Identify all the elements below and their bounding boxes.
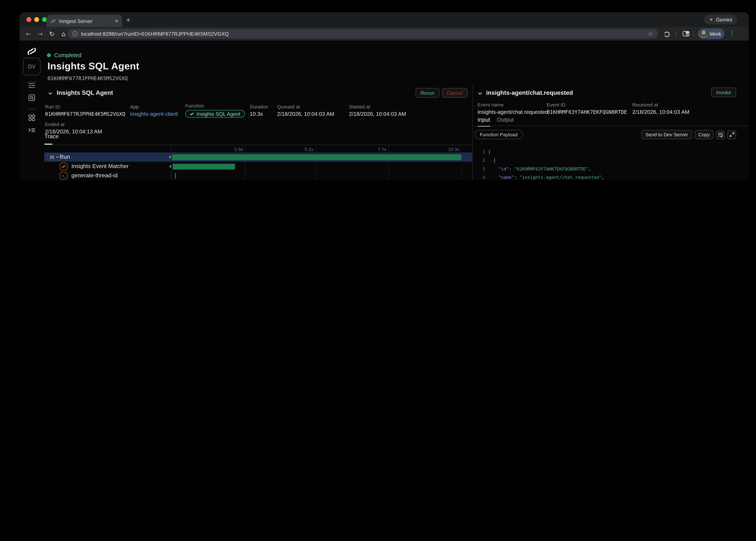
trace-step-row[interactable]: >_ generate-thread-id bbox=[44, 171, 472, 180]
function-badge[interactable]: Insights SQL Agent bbox=[185, 110, 245, 118]
window-zoom-button[interactable] bbox=[42, 17, 47, 22]
gemini-icon: ✦ bbox=[709, 16, 714, 23]
tab-title: Inngest Server bbox=[59, 18, 112, 24]
runs-nav-icon[interactable] bbox=[20, 82, 44, 89]
line-number: 2 bbox=[472, 158, 485, 163]
field-label: Queued at bbox=[277, 104, 334, 110]
trace-step-label: Insights Event Matcher bbox=[71, 163, 170, 169]
apps-nav-icon[interactable] bbox=[20, 114, 44, 122]
window-close-button[interactable] bbox=[26, 17, 31, 22]
profile-label: Work bbox=[710, 31, 721, 37]
gemini-badge[interactable]: ✦ Gemini bbox=[704, 15, 737, 24]
browser-window: Inngest Server × + ✦ Gemini ← → ↻ ⌂ ⓘ lo… bbox=[20, 12, 749, 181]
terminal-icon: >_ bbox=[60, 172, 67, 180]
browser-tab[interactable]: Inngest Server × bbox=[46, 15, 122, 27]
back-icon[interactable]: ← bbox=[22, 30, 34, 37]
app-link[interactable]: insights-agent-client bbox=[130, 111, 178, 117]
status-label: Completed bbox=[54, 52, 82, 58]
field-label: Event ID bbox=[547, 102, 627, 108]
field-label: Ended at bbox=[45, 122, 102, 127]
copy-button[interactable]: Copy bbox=[694, 130, 714, 139]
function-payload-pill[interactable]: Function Payload bbox=[474, 130, 523, 139]
chevron-down-icon bbox=[56, 156, 59, 158]
agent-icon bbox=[60, 163, 67, 170]
tab-output[interactable]: Output bbox=[497, 117, 514, 127]
invoke-button[interactable]: Invoke bbox=[711, 88, 736, 97]
field-label: Run ID bbox=[45, 104, 125, 110]
rerun-button[interactable]: Rerun bbox=[415, 88, 439, 98]
tab-close-icon[interactable]: × bbox=[115, 18, 118, 24]
received-at-value: 2/18/2026, 10:04:03 AM bbox=[632, 109, 689, 115]
status-dot-icon bbox=[47, 53, 51, 57]
event-tabs: Input Output bbox=[477, 117, 514, 127]
field-label: Event name bbox=[477, 102, 548, 108]
browser-tab-strip: Inngest Server × + ✦ Gemini bbox=[20, 12, 749, 27]
page-run-id: 01KHRMF677RJPPHE4K5MS2VGXQ bbox=[47, 75, 128, 81]
cancel-button[interactable]: Cancel bbox=[442, 88, 467, 98]
url-text: localhost:8288/run?runID=01KHRMF677RJPPH… bbox=[81, 31, 644, 37]
function-badge-label: Insights SQL Agent bbox=[197, 111, 240, 117]
profile-chip[interactable]: Work bbox=[698, 28, 724, 39]
event-title: insights-agent/chat.requested bbox=[486, 89, 573, 96]
extensions-icon[interactable] bbox=[664, 30, 671, 39]
started-at-value: 2/18/2026, 10:04:03 AM bbox=[349, 111, 406, 117]
new-tab-button[interactable]: + bbox=[126, 16, 130, 24]
line-number: 1 bbox=[472, 149, 485, 154]
chevron-down-icon[interactable] bbox=[477, 88, 482, 97]
word-wrap-icon[interactable] bbox=[716, 130, 725, 139]
trace-mark bbox=[173, 164, 235, 169]
code-line: 4 "name": "insights-agent/chat.requested… bbox=[472, 173, 749, 181]
queued-at-value: 2/18/2026, 10:04:03 AM bbox=[277, 111, 334, 117]
site-info-icon[interactable]: ⓘ bbox=[72, 30, 78, 37]
browser-toolbar: ← → ↻ ⌂ ⓘ localhost:8288/run?runID=01KHR… bbox=[20, 27, 749, 41]
timeline-tick: 5.1s bbox=[284, 147, 313, 152]
timeline-tick: 7.7s bbox=[357, 147, 386, 152]
run-panel: Insights SQL Agent Rerun Cancel Run ID 0… bbox=[44, 85, 472, 181]
run-row-queue bbox=[169, 156, 171, 158]
gemini-label: Gemini bbox=[716, 17, 732, 22]
timeline-tick: 10.3s bbox=[430, 147, 459, 152]
code-line: 3 "id": "01KHRMF63Y7AHK7EKFQGN8RTDE", bbox=[472, 165, 749, 173]
chevron-down-icon[interactable] bbox=[48, 88, 53, 97]
trace-rows: 39 Run Insights Event Matcher >_ generat… bbox=[44, 153, 472, 181]
expand-icon[interactable] bbox=[727, 130, 736, 139]
bookmark-star-icon[interactable]: ☆ bbox=[648, 30, 653, 37]
field-label: Function bbox=[185, 103, 245, 109]
event-id-value: 01KHRMF63Y7AHK7EKFQGN8RTDE bbox=[547, 109, 627, 115]
trace-run-row[interactable]: 39 Run bbox=[44, 153, 472, 162]
line-number: 3 bbox=[472, 167, 485, 171]
duration-value: 10.3s bbox=[250, 111, 268, 117]
send-to-dev-server-button[interactable]: Send to Dev Server bbox=[641, 130, 692, 139]
run-section-title: Insights SQL Agent bbox=[57, 89, 113, 96]
inngest-logo bbox=[20, 45, 44, 57]
step-count-chip[interactable]: 39 bbox=[47, 154, 62, 160]
run-row-bar bbox=[172, 154, 461, 160]
forward-icon[interactable]: → bbox=[34, 30, 46, 37]
trace-step-row[interactable]: >_ generate-target-channel bbox=[44, 180, 472, 181]
side-search-icon[interactable] bbox=[682, 30, 690, 39]
screenshot-root: Inngest Server × + ✦ Gemini ← → ↻ ⌂ ⓘ lo… bbox=[0, 0, 756, 181]
window-minimize-button[interactable] bbox=[34, 17, 39, 22]
code-line: 1 [ bbox=[472, 148, 749, 156]
field-label: Started at bbox=[349, 104, 406, 110]
reload-icon[interactable]: ↻ bbox=[46, 30, 58, 37]
workspace-badge[interactable]: DV bbox=[23, 58, 41, 75]
event-name-value: insights-agent/chat.requested bbox=[477, 109, 548, 115]
code-lines: 1 [ 2 { 3 "id": "01KHRMF63Y7AHK7EKFQGN8R… bbox=[472, 148, 749, 181]
app-sidebar: DV </> bbox=[20, 41, 44, 181]
tab-trace[interactable]: Trace bbox=[44, 133, 59, 139]
address-bar[interactable]: ⓘ localhost:8288/run?runID=01KHRMF677RJP… bbox=[67, 29, 658, 39]
trace-column-separator bbox=[171, 145, 172, 181]
event-panel: insights-agent/chat.requested Invoke Eve… bbox=[472, 85, 749, 181]
function-icon bbox=[190, 112, 194, 116]
trace-step-row[interactable]: Insights Event Matcher bbox=[44, 162, 472, 171]
console-nav-icon[interactable] bbox=[20, 126, 44, 134]
timeline-tick: 2.6s bbox=[214, 147, 243, 152]
page-title: Insights SQL Agent bbox=[47, 61, 139, 72]
events-search-nav-icon[interactable] bbox=[20, 94, 44, 102]
tab-input[interactable]: Input bbox=[477, 117, 490, 127]
trace-mark bbox=[175, 173, 176, 179]
app-root: DV </> bbox=[20, 41, 749, 181]
run-id-value: 01KHRMF677RJPPHE4K5MS2VGXQ bbox=[45, 111, 125, 117]
browser-menu-icon[interactable]: ⋮ bbox=[729, 29, 735, 36]
